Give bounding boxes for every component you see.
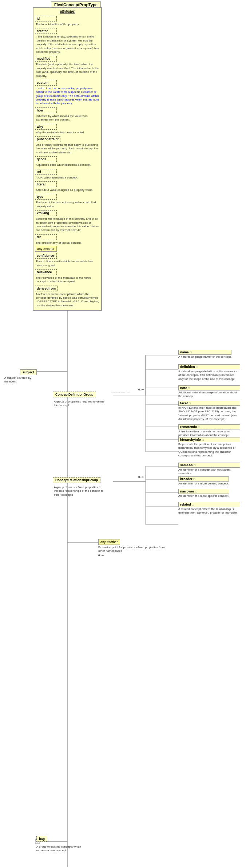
element-narrower: narrower □ An identifier of a more speci… (178, 489, 229, 498)
element-hierarchyinfo: hierarchyInfo □ Represents the position … (178, 437, 240, 458)
subject-box: subject (20, 369, 37, 375)
crg-multiplicity: 0..∞ (138, 475, 144, 479)
attr-how: how Indicates by which means the value w… (35, 107, 100, 122)
element-related: related □ A related concept, where the r… (178, 502, 240, 515)
attributes-header: attributes (35, 9, 100, 13)
element-note: note □ Additional natural language infor… (178, 385, 240, 398)
attr-confidence: confidence The confidence with which the… (35, 252, 100, 267)
attr-literal: literal A free-text value assigned as pr… (35, 181, 100, 192)
concept-definition-group-box: ConceptDefinitionGroup (53, 392, 96, 397)
cdg-connector-symbols: ⎯⎯ ⎯⎯ ⎯⎯ ⎯⎯ (111, 390, 130, 393)
concept-relationship-group-box: ConceptRelationshipGroup (53, 477, 100, 483)
any-other-2-container: any ##other Extension point for provider… (98, 539, 171, 557)
crg-desc: A group of user-defined properties to in… (54, 486, 108, 497)
subject-desc: A subject covered by the event. (4, 376, 33, 384)
attr-type: type The type of the concept assigned as… (35, 193, 100, 208)
cdg-desc: A group of properties required to define… (54, 400, 108, 408)
attr-qcode: qcode A qualified code which identifies … (35, 156, 100, 167)
element-remoteinfo: remoteInfo □ A link to an item or a web … (178, 424, 240, 437)
attr-pubconstraint: pubconstraint One or many constraints th… (35, 135, 100, 154)
attr-derivedfrom: derivedfrom A reference to the concept f… (35, 285, 100, 308)
attr-xmllang: xmllang Specifies the language of this p… (35, 209, 100, 232)
element-definition: definition □ A natural language definiti… (178, 364, 240, 381)
attr-custom: custom If set to true the corresponding … (35, 79, 100, 106)
attr-dir: dir The directionality of textual conten… (35, 233, 100, 245)
cdg-multiplicity: 0..∞ (138, 388, 144, 391)
attributes-section: attributes id The local identifier of th… (33, 7, 102, 311)
attr-uri: uri A URI which identifies a concept. (35, 168, 100, 180)
attr-id: id The local identifier of the property. (35, 15, 100, 26)
element-name: name □ A natural language name for the c… (178, 350, 231, 359)
bag-box: bag (36, 836, 47, 842)
element-sameas: sameAs □ An identifier of a concept with… (178, 463, 240, 476)
bag-desc: A group of existing concepts which expre… (36, 845, 91, 853)
element-broader: broader □ An identifier of a more generi… (178, 476, 229, 486)
attr-relevance: relevance The relevance of the metadata … (35, 268, 100, 284)
attr-why: why Why the metadata has been included. (35, 123, 100, 134)
attr-creator: creator If the attribute is empty, speci… (35, 27, 100, 54)
element-facet: facet □ In NAR 1.8 and later, facet is d… (178, 401, 240, 421)
attr-any-other: any ##other (35, 246, 100, 252)
attr-modified: modified The date (and, optionally, the … (35, 55, 100, 78)
